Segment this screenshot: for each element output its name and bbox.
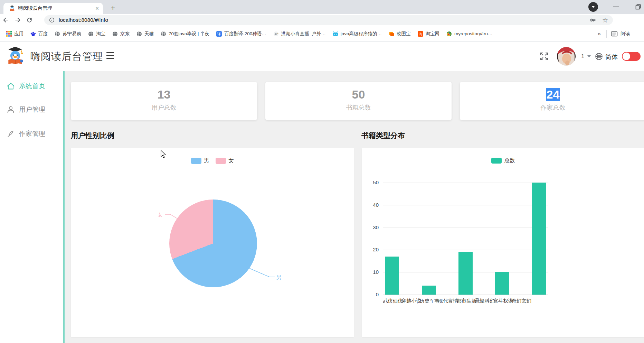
- bookmark-item[interactable]: 京东: [109, 29, 133, 39]
- app-header: 嗨阅读后台管理 1 简体: [0, 41, 644, 71]
- globe-icon: [88, 31, 94, 37]
- pie-label-male: 男: [276, 274, 282, 281]
- bookmark-item[interactable]: 应用: [3, 29, 27, 39]
- globe-icon: [112, 31, 118, 37]
- legend-swatch: [216, 158, 226, 164]
- app-title: 嗨阅读后台管理: [30, 50, 103, 64]
- y-axis-tick-label: 50: [365, 179, 379, 186]
- bookmark-item[interactable]: 苏宁易购: [51, 29, 85, 39]
- reload-button[interactable]: [23, 17, 35, 24]
- sidebar-item-label: 系统首页: [19, 82, 45, 91]
- legend-label: 女: [229, 157, 234, 164]
- bookmarks-bar: 应用百度苏宁易购淘宝京东天猫70套java毕设 | 半夜译百度翻译-200种语……: [0, 26, 644, 41]
- theme-toggle[interactable]: [622, 52, 641, 61]
- reading-list-label: 阅读: [621, 31, 630, 37]
- new-tab-button[interactable]: +: [108, 3, 118, 13]
- svg-text:译: 译: [217, 32, 221, 36]
- minimize-icon: [613, 7, 619, 7]
- y-axis-tick-label: 0: [365, 291, 379, 298]
- sidebar-item-label: 作家管理: [19, 129, 45, 138]
- bar-chart-panel: 总数 01020304050武侠仙侠穿越小说历史军事现代言情都市生活悬疑科幻宫斗…: [362, 148, 644, 337]
- language-globe-icon[interactable]: [595, 53, 603, 61]
- address-bar[interactable]: localhost:8080/#/Info ☆: [44, 15, 613, 25]
- password-key-icon[interactable]: [589, 17, 596, 24]
- main-content: 13用户总数50书籍总数24作家总数 用户性别比例 书籍类型分布 男女 女 男 …: [65, 71, 644, 343]
- stat-value: 24: [460, 87, 644, 101]
- home-icon: [6, 82, 15, 91]
- bookmark-item[interactable]: myrepository/tru…: [443, 29, 496, 39]
- bookmark-star-icon[interactable]: ☆: [602, 17, 608, 24]
- bar[interactable]: [385, 257, 399, 295]
- x-axis-category-label: 武侠仙侠: [383, 298, 401, 304]
- x-axis-category-label: 都市生活: [456, 298, 475, 304]
- bookmark-item[interactable]: 淘宝: [85, 29, 109, 39]
- bar[interactable]: [422, 286, 436, 295]
- stat-value: 13: [71, 87, 257, 101]
- window-restore-button[interactable]: [632, 0, 644, 14]
- stat-label: 用户总数: [71, 103, 257, 112]
- user-icon: [6, 105, 15, 114]
- reading-list-button[interactable]: 阅读: [611, 30, 644, 37]
- menu-collapse-button[interactable]: [106, 52, 114, 59]
- bookmark-label: 洪湖小肖直播_户外…: [281, 31, 326, 37]
- bookmark-label: java高级程序猿的…: [341, 31, 382, 37]
- selected-text: 24: [546, 88, 560, 101]
- window-minimize-button[interactable]: [610, 0, 622, 14]
- bookmark-item[interactable]: 天猫: [133, 29, 157, 39]
- x-axis-category-label: 现代言情: [438, 298, 456, 304]
- language-label[interactable]: 简体: [605, 53, 618, 61]
- sidebar-item-users[interactable]: 用户管理: [0, 104, 63, 115]
- tab-title: 嗨阅读后台管理: [18, 5, 92, 11]
- site-info-icon[interactable]: [49, 17, 55, 23]
- svg-text:淘: 淘: [419, 32, 422, 36]
- bookmark-label: 淘宝: [96, 31, 105, 37]
- bookmark-item[interactable]: 70套java毕设 | 半夜: [157, 29, 213, 39]
- browser-menu-button[interactable]: [588, 0, 598, 14]
- sidebar-item-writers[interactable]: 作家管理: [0, 128, 63, 140]
- tab-close-icon[interactable]: ×: [95, 6, 99, 11]
- user-avatar[interactable]: [557, 47, 576, 66]
- legend-swatch: [191, 158, 201, 164]
- bar-section-title: 书籍类型分布: [361, 131, 405, 140]
- stat-value: 50: [265, 87, 452, 101]
- bookmarks-overflow-chevron[interactable]: »: [596, 30, 602, 37]
- url-text[interactable]: localhost:8080/#/Info: [59, 17, 108, 23]
- sidebar: 系统首页用户管理作家管理: [0, 71, 63, 343]
- bookmark-item[interactable]: 改图宝: [385, 29, 414, 39]
- pie-chart[interactable]: [169, 200, 257, 287]
- pie-legend-item[interactable]: 男: [191, 157, 209, 164]
- stat-card: 13用户总数: [71, 82, 257, 120]
- stat-label: 作家总数: [460, 103, 644, 112]
- x-axis-line: [383, 295, 548, 295]
- bar[interactable]: [532, 183, 546, 295]
- forward-button[interactable]: [12, 16, 23, 24]
- globe-icon: [161, 31, 166, 37]
- bookmark-item[interactable]: 洪湖小肖直播_户外…: [270, 29, 329, 39]
- pie-legend-item[interactable]: 女: [216, 157, 234, 164]
- legend-label: 男: [204, 157, 209, 164]
- mouse-cursor: [160, 150, 167, 158]
- apps-grid-icon: [6, 31, 12, 37]
- user-dropdown-number[interactable]: 1: [581, 53, 584, 60]
- tab-favicon-duck-logo-icon: [9, 5, 15, 11]
- bar-chart[interactable]: 01020304050武侠仙侠穿越小说历史军事现代言情都市生活悬疑科幻宫斗权谋奇…: [362, 148, 644, 337]
- gridline: [383, 183, 548, 183]
- y-axis-tick-label: 20: [365, 247, 379, 253]
- x-axis-category-label: 宫斗权谋: [493, 298, 511, 304]
- bar[interactable]: [458, 252, 473, 295]
- gridline: [383, 205, 548, 205]
- bookmark-item[interactable]: 百度: [27, 29, 51, 39]
- bar[interactable]: [495, 272, 509, 295]
- browser-tab-strip: 嗨阅读后台管理 × +: [0, 0, 644, 14]
- app-logo-duck-icon: [6, 46, 25, 66]
- browser-tab[interactable]: 嗨阅读后台管理 ×: [3, 3, 103, 14]
- bookmark-item[interactable]: 译百度翻译-200种语…: [213, 29, 270, 39]
- bookmark-item[interactable]: java高级程序猿的…: [329, 29, 385, 39]
- bookmark-item[interactable]: 淘淘宝网: [414, 29, 443, 39]
- sidebar-item-home[interactable]: 系统首页: [0, 80, 63, 92]
- browser-url-row: localhost:8080/#/Info ☆: [0, 14, 644, 26]
- fullscreen-expand-icon[interactable]: [539, 51, 549, 62]
- bookmark-label: 淘宝网: [426, 31, 440, 37]
- back-button[interactable]: [0, 16, 12, 24]
- chevron-down-icon[interactable]: [587, 55, 591, 57]
